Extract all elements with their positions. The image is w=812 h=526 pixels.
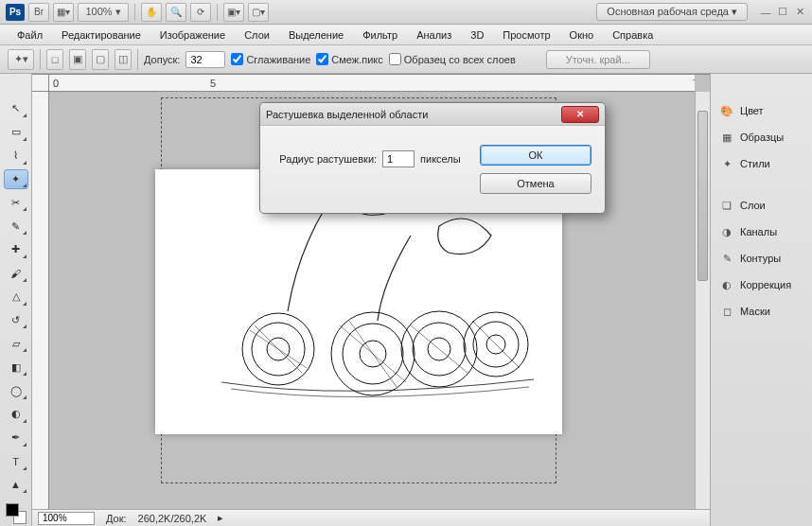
swatches-icon: ▦	[719, 131, 734, 144]
current-tool-icon[interactable]: ✦▾	[8, 49, 34, 70]
tolerance-label: Допуск:	[144, 54, 180, 65]
feather-radius-input[interactable]	[382, 150, 415, 167]
contiguous-checkbox[interactable]: Смеж.пикс	[316, 53, 382, 65]
status-chevron-icon[interactable]: ▸	[218, 512, 223, 524]
selection-subtract-icon[interactable]: ▢	[92, 49, 109, 70]
panel-layers[interactable]: ❏Слои	[711, 193, 812, 218]
options-bar: ✦▾ □ ▣ ▢ ◫ Допуск: Сглаживание Смеж.пикс…	[0, 45, 812, 74]
crop-tool[interactable]: ✂	[4, 192, 28, 213]
screen-mode-icon[interactable]: ▢▾	[248, 3, 269, 22]
menu-layer[interactable]: Слои	[237, 27, 277, 43]
rotate-view-icon[interactable]: ⟳	[190, 3, 211, 22]
minimize-icon[interactable]: —	[759, 6, 772, 19]
svg-line-15	[349, 321, 397, 387]
gradient-tool[interactable]: ◧	[4, 357, 28, 377]
panel-channels[interactable]: ◑Каналы	[711, 219, 812, 244]
refine-edge-button[interactable]: Уточн. край...	[546, 50, 650, 69]
doc-size-value: 260,2K/260,2K	[138, 513, 207, 524]
ok-button[interactable]: ОК	[480, 145, 591, 166]
channels-icon: ◑	[719, 225, 734, 238]
move-tool[interactable]: ↖	[4, 98, 28, 119]
menu-edit[interactable]: Редактирование	[54, 27, 149, 43]
dialog-close-button[interactable]: ✕	[561, 106, 599, 123]
panel-swatches[interactable]: ▦Образцы	[711, 125, 812, 149]
panel-paths[interactable]: ✎Контуры	[711, 246, 812, 271]
separator	[137, 49, 138, 70]
zoom-tool-icon[interactable]: 🔍	[166, 3, 186, 22]
photoshop-logo-icon: Ps	[6, 4, 25, 21]
marquee-tool[interactable]: ▭	[4, 122, 28, 143]
pen-tool[interactable]: ✒	[4, 428, 28, 448]
panel-styles[interactable]: ✦Стили	[711, 151, 812, 176]
menu-analysis[interactable]: Анализ	[409, 27, 459, 43]
separator	[134, 4, 135, 21]
adjustments-icon: ◐	[719, 278, 734, 291]
close-icon[interactable]: ✕	[793, 6, 806, 19]
brush-tool[interactable]: 🖌	[4, 263, 28, 284]
feather-radius-label: Радиус растушевки:	[279, 153, 377, 165]
bridge-button[interactable]: Br	[28, 3, 49, 22]
eraser-tool[interactable]: ▱	[4, 333, 28, 354]
type-tool[interactable]: T	[4, 451, 28, 472]
palette-icon: 🎨	[719, 104, 734, 117]
path-selection-tool[interactable]: ▲	[4, 475, 28, 496]
panel-masks[interactable]: ◻Маски	[711, 299, 812, 324]
panel-color[interactable]: 🎨Цвет	[711, 98, 812, 123]
dialog-titlebar[interactable]: Растушевка выделенной области ✕	[260, 103, 605, 126]
menu-file[interactable]: Файл	[9, 27, 50, 43]
layers-icon: ❏	[719, 199, 734, 212]
vertical-scrollbar[interactable]	[695, 92, 710, 509]
selection-intersect-icon[interactable]: ◫	[115, 49, 132, 70]
workspace-switcher[interactable]: Основная рабочая среда ▾	[596, 3, 748, 21]
toolbox: ↖ ▭ ⌇ ✦ ✂ ✎ ✚ 🖌 △ ↺ ▱ ◧ ◯ ◐ ✒ T ▲	[0, 74, 32, 526]
vertical-ruler[interactable]	[32, 92, 49, 509]
feather-unit-label: пикселы	[420, 153, 461, 165]
maximize-icon[interactable]: ☐	[776, 6, 789, 19]
zoom-level-dropdown[interactable]: 100% ▾	[78, 3, 129, 22]
svg-line-16	[411, 325, 468, 373]
zoom-input[interactable]	[38, 512, 95, 525]
mini-bridge-button[interactable]: ▦▾	[53, 3, 74, 22]
doc-size-label: Док:	[106, 513, 127, 524]
panel-dock: 🎨Цвет ▦Образцы ✦Стили ❏Слои ◑Каналы ✎Кон…	[710, 74, 812, 526]
ruler-origin[interactable]	[32, 75, 49, 92]
separator	[40, 49, 41, 70]
feather-selection-dialog: Растушевка выделенной области ✕ Радиус р…	[259, 102, 606, 214]
lasso-tool[interactable]: ⌇	[4, 146, 28, 167]
menu-window[interactable]: Окно	[562, 27, 602, 43]
arrange-documents-icon[interactable]: ▣▾	[223, 3, 244, 22]
menu-select[interactable]: Выделение	[281, 27, 351, 43]
menu-image[interactable]: Изображение	[152, 27, 233, 43]
sample-all-layers-checkbox[interactable]: Образец со всех слоев	[389, 53, 516, 65]
blur-tool[interactable]: ◯	[4, 380, 28, 401]
magic-wand-tool[interactable]: ✦	[4, 169, 28, 190]
separator	[217, 4, 218, 21]
dialog-title: Растушевка выделенной области	[266, 109, 561, 120]
cancel-button[interactable]: Отмена	[480, 173, 591, 194]
menu-filter[interactable]: Фильтр	[355, 27, 405, 43]
history-brush-tool[interactable]: ↺	[4, 310, 28, 331]
paths-icon: ✎	[719, 252, 734, 265]
selection-new-icon[interactable]: □	[46, 49, 63, 70]
application-bar: Ps Br ▦▾ 100% ▾ ✋ 🔍 ⟳ ▣▾ ▢▾ Основная раб…	[0, 0, 812, 25]
masks-icon: ◻	[719, 305, 734, 318]
selection-add-icon[interactable]: ▣	[69, 49, 86, 70]
menu-view[interactable]: Просмотр	[495, 27, 557, 43]
horizontal-ruler[interactable]: 0 5 7	[49, 75, 695, 92]
menu-3d[interactable]: 3D	[463, 27, 491, 43]
svg-line-13	[255, 325, 302, 373]
clone-stamp-tool[interactable]: △	[4, 287, 28, 307]
antialias-checkbox[interactable]: Сглаживание	[231, 53, 310, 65]
dodge-tool[interactable]: ◐	[4, 404, 28, 425]
hand-tool-icon[interactable]: ✋	[141, 3, 162, 22]
eyedropper-tool[interactable]: ✎	[4, 216, 28, 237]
scrollbar-thumb[interactable]	[697, 111, 708, 281]
healing-brush-tool[interactable]: ✚	[4, 239, 28, 260]
foreground-background-colors[interactable]	[4, 501, 28, 526]
status-bar: Док: 260,2K/260,2K ▸	[32, 509, 710, 526]
svg-line-17	[472, 321, 520, 368]
tolerance-input[interactable]	[185, 51, 225, 68]
menu-bar: Файл Редактирование Изображение Слои Выд…	[0, 25, 812, 45]
panel-adjustments[interactable]: ◐Коррекция	[711, 272, 812, 297]
menu-help[interactable]: Справка	[605, 27, 661, 43]
